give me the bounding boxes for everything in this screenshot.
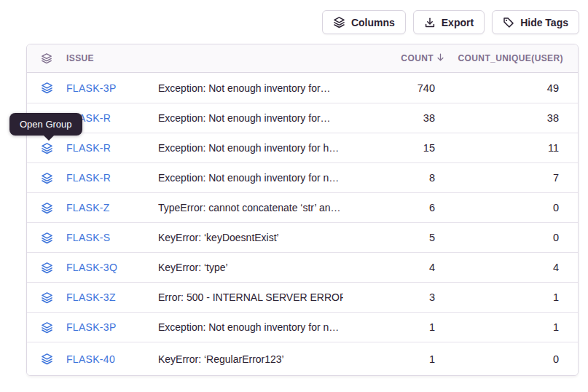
table-row: FLASK-3P Exception: Not enough inventory…	[27, 312, 578, 342]
table-body: FLASK-3P Exception: Not enough inventory…	[27, 73, 578, 375]
issue-link[interactable]: FLASK-Z	[66, 202, 158, 213]
export-button[interactable]: Export	[413, 10, 485, 34]
export-button-label: Export	[442, 17, 474, 28]
issue-link[interactable]: FLASK-3P	[66, 82, 158, 94]
tooltip-text: Open Group	[20, 119, 72, 130]
count-unique-value: 4	[553, 262, 578, 273]
tag-icon	[503, 17, 514, 28]
count-value: 38	[423, 112, 445, 124]
table-row: FLASK-3Q KeyError: ‘type’ 4 4	[27, 252, 578, 282]
count-value: 1	[429, 321, 445, 333]
open-group-stack-icon[interactable]	[41, 321, 53, 334]
count-value: 6	[429, 202, 445, 213]
columns-button-label: Columns	[351, 17, 395, 28]
issue-title: KeyError: ‘RegularError123’	[158, 353, 343, 365]
issue-link[interactable]: FLASK-R	[66, 172, 158, 184]
table-row: FLASK-Z TypeError: cannot concatenate ‘s…	[27, 192, 578, 222]
issue-link[interactable]: FLASK-R	[66, 142, 158, 154]
sort-descending-icon	[436, 52, 445, 64]
hide-tags-button[interactable]: Hide Tags	[492, 10, 579, 34]
open-group-stack-icon[interactable]	[41, 82, 53, 94]
count-value: 3	[429, 291, 445, 303]
count-unique-value: 7	[553, 172, 578, 184]
table-row: FLASK-3Z Error: 500 - INTERNAL SERVER ER…	[27, 282, 578, 312]
results-table: ISSUE COUNT COUNT_UNIQUE(USER) FLASK-3P …	[26, 44, 579, 376]
column-header-count-unique[interactable]: COUNT_UNIQUE(USER)	[458, 53, 578, 63]
issue-link[interactable]: FLASK-40	[66, 353, 158, 365]
count-unique-value: 1	[553, 291, 578, 303]
count-unique-value: 0	[553, 353, 578, 365]
open-group-tooltip: Open Group	[9, 113, 82, 136]
open-group-stack-icon[interactable]	[41, 291, 53, 304]
issue-link[interactable]: FLASK-3Q	[66, 262, 158, 273]
issue-title: Exception: Not enough inventory for…	[158, 82, 343, 94]
count-value: 5	[429, 232, 445, 243]
count-unique-value: 11	[548, 142, 578, 154]
issue-link[interactable]: FLASK-3Z	[66, 291, 158, 303]
count-unique-value: 38	[547, 112, 578, 124]
count-value: 8	[429, 172, 445, 184]
issue-title: KeyError: ‘keyDoesntExist’	[158, 232, 343, 243]
issue-title: TypeError: cannot concatenate ‘str’ an…	[158, 202, 343, 213]
column-header-count[interactable]: COUNT	[401, 52, 445, 64]
count-unique-value: 0	[553, 232, 578, 243]
issue-link[interactable]: FLASK-3P	[66, 321, 158, 333]
open-group-stack-icon[interactable]	[41, 353, 53, 365]
toolbar: Columns Export Hide Tags	[322, 10, 579, 34]
table-row: FLASK-R Exception: Not enough inventory …	[27, 162, 578, 192]
table-row: FLASK-R Exception: Not enough inventory …	[27, 133, 578, 162]
columns-button[interactable]: Columns	[322, 10, 406, 34]
open-group-stack-icon[interactable]	[41, 202, 53, 214]
column-header-issue[interactable]: ISSUE	[66, 53, 158, 63]
issue-title: Exception: Not enough inventory for…	[158, 112, 343, 124]
issue-title: Exception: Not enough inventory for n…	[158, 172, 343, 184]
count-unique-value: 0	[553, 202, 578, 213]
table-row: FLASK-R Exception: Not enough inventory …	[27, 103, 578, 133]
count-value: 740	[418, 82, 445, 94]
issue-title: Error: 500 - INTERNAL SERVER ERROR	[158, 291, 343, 303]
open-group-stack-icon[interactable]	[41, 172, 53, 184]
download-icon	[424, 17, 436, 28]
issue-title: Exception: Not enough inventory for n…	[158, 321, 343, 333]
open-group-stack-icon[interactable]	[41, 232, 53, 244]
count-value: 15	[423, 142, 445, 154]
hide-tags-button-label: Hide Tags	[520, 17, 568, 28]
count-value: 1	[429, 353, 445, 365]
stack-icon	[333, 16, 345, 28]
count-unique-value: 49	[547, 82, 578, 94]
issue-link[interactable]: FLASK-S	[66, 232, 158, 243]
table-row: FLASK-40 KeyError: ‘RegularError123’ 1 0	[27, 342, 578, 375]
table-row: FLASK-3P Exception: Not enough inventory…	[27, 73, 578, 103]
count-unique-value: 1	[553, 321, 578, 333]
count-value: 4	[429, 262, 445, 273]
table-header-row: ISSUE COUNT COUNT_UNIQUE(USER)	[27, 44, 578, 73]
open-group-stack-icon[interactable]	[41, 262, 53, 274]
table-row: FLASK-S KeyError: ‘keyDoesntExist’ 5 0	[27, 222, 578, 252]
issue-title: KeyError: ‘type’	[158, 262, 343, 273]
stack-icon	[41, 52, 52, 64]
issue-title: Exception: Not enough inventory for h…	[158, 142, 343, 154]
